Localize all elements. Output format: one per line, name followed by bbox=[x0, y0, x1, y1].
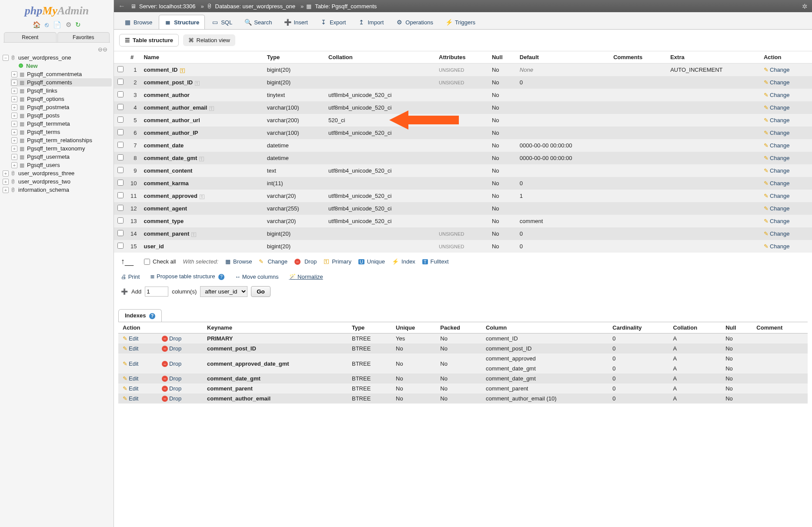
tree-db[interactable]: +🛢user_wordpress_two bbox=[2, 177, 112, 186]
collapse-icon[interactable]: − bbox=[3, 55, 9, 61]
index-edit[interactable]: ✎Edit bbox=[123, 375, 138, 382]
recent-tab[interactable]: Recent bbox=[4, 32, 57, 42]
row-checkbox[interactable] bbox=[117, 180, 124, 186]
change-link[interactable]: ✎Change bbox=[764, 155, 790, 161]
change-link[interactable]: ✎Change bbox=[764, 130, 790, 136]
row-checkbox[interactable] bbox=[117, 129, 124, 135]
row-checkbox[interactable] bbox=[117, 117, 124, 123]
tree-table[interactable]: +▦Pgsqff_commentmeta bbox=[10, 70, 112, 78]
tree-table[interactable]: +▦Pgsqff_comments bbox=[10, 78, 112, 87]
index-drop[interactable]: −Drop bbox=[162, 385, 181, 392]
expand-icon[interactable]: + bbox=[11, 104, 17, 110]
help-icon[interactable]: ? bbox=[218, 274, 224, 280]
bc-server[interactable]: 🖥 Server: localhost:3306 bbox=[130, 3, 195, 10]
index-edit[interactable]: ✎Edit bbox=[123, 360, 138, 367]
change-link[interactable]: ✎Change bbox=[764, 243, 790, 250]
bc-table[interactable]: ▦ Table: Pgsqff_comments bbox=[306, 3, 377, 10]
bulk-unique[interactable]: U Unique bbox=[358, 258, 385, 265]
row-checkbox[interactable] bbox=[117, 192, 124, 198]
tab-browse[interactable]: ▦Browse bbox=[118, 15, 158, 29]
tab-triggers[interactable]: ⚡Triggers bbox=[440, 15, 481, 29]
index-drop[interactable]: −Drop bbox=[162, 345, 181, 352]
tree-table[interactable]: +▦Pgsqff_postmeta bbox=[10, 103, 112, 111]
change-link[interactable]: ✎Change bbox=[764, 193, 790, 199]
bulk-change[interactable]: ✎Change bbox=[259, 258, 287, 265]
bulk-index[interactable]: ⚡ Index bbox=[392, 258, 415, 265]
change-link[interactable]: ✎Change bbox=[764, 92, 790, 98]
tree-new[interactable]: New bbox=[10, 62, 112, 70]
expand-icon[interactable]: + bbox=[11, 80, 17, 86]
bc-database[interactable]: 🛢 Database: user_wordpress_one bbox=[207, 3, 295, 10]
docs-icon[interactable]: 📄 bbox=[53, 21, 61, 28]
tree-table[interactable]: +▦Pgsqff_terms bbox=[10, 128, 112, 136]
reload-icon[interactable]: ↻ bbox=[75, 21, 81, 28]
tab-search[interactable]: 🔍Search bbox=[239, 15, 277, 29]
expand-icon[interactable]: + bbox=[11, 88, 17, 94]
expand-icon[interactable]: + bbox=[11, 129, 17, 135]
tree-table[interactable]: +▦Pgsqff_termmeta bbox=[10, 120, 112, 128]
settings-icon[interactable]: ⚙ bbox=[66, 21, 71, 28]
index-drop[interactable]: −Drop bbox=[162, 395, 181, 402]
logout-icon[interactable]: ⎋ bbox=[45, 21, 49, 28]
row-checkbox[interactable] bbox=[117, 104, 124, 110]
tree-table[interactable]: +▦Pgsqff_posts bbox=[10, 111, 112, 120]
change-link[interactable]: ✎Change bbox=[764, 205, 790, 212]
expand-icon[interactable]: + bbox=[11, 146, 17, 152]
tab-export[interactable]: ↧Export bbox=[314, 15, 352, 29]
tab-relation-view[interactable]: ⌘ Relation view bbox=[183, 34, 235, 46]
bulk-browse[interactable]: ▦ Browse bbox=[225, 258, 252, 265]
change-link[interactable]: ✎Change bbox=[764, 117, 790, 123]
tree-table[interactable]: +▦Pgsqff_usermeta bbox=[10, 153, 112, 161]
tree-db[interactable]: +🛢user_wordpress_three bbox=[2, 169, 112, 177]
expand-icon[interactable]: + bbox=[3, 187, 9, 193]
nav-back-icon[interactable]: ← bbox=[118, 2, 125, 10]
tab-import[interactable]: ↥Import bbox=[352, 15, 389, 29]
row-checkbox[interactable] bbox=[117, 91, 124, 97]
expand-icon[interactable]: + bbox=[3, 179, 9, 185]
expand-icon[interactable]: + bbox=[11, 113, 17, 119]
row-checkbox[interactable] bbox=[117, 154, 124, 160]
index-edit[interactable]: ✎Edit bbox=[123, 395, 138, 402]
change-link[interactable]: ✎Change bbox=[764, 104, 790, 111]
expand-icon[interactable]: + bbox=[11, 137, 17, 143]
propose-link[interactable]: ≣ Propose table structure ? bbox=[150, 273, 224, 280]
change-link[interactable]: ✎Change bbox=[764, 142, 790, 149]
bulk-fulltext[interactable]: T Fulltext bbox=[422, 258, 449, 265]
row-checkbox[interactable] bbox=[117, 79, 124, 85]
bulk-primary[interactable]: ⚿ Primary bbox=[324, 258, 351, 265]
help-icon[interactable]: ? bbox=[149, 313, 155, 319]
expand-icon[interactable]: + bbox=[3, 170, 9, 177]
change-link[interactable]: ✎Change bbox=[764, 167, 790, 174]
add-position-select[interactable]: after user_id bbox=[200, 286, 247, 297]
tab-table-structure[interactable]: ☰ Table structure bbox=[119, 34, 179, 47]
index-edit[interactable]: ✎Edit bbox=[123, 345, 138, 352]
bulk-drop[interactable]: −Drop bbox=[294, 258, 317, 265]
index-drop[interactable]: −Drop bbox=[162, 360, 181, 367]
change-link[interactable]: ✎Change bbox=[764, 79, 790, 86]
tree-table[interactable]: +▦Pgsqff_users bbox=[10, 161, 112, 169]
home-icon[interactable]: 🏠 bbox=[33, 21, 41, 28]
tree-table[interactable]: +▦Pgsqff_term_taxonomy bbox=[10, 144, 112, 153]
add-count-input[interactable] bbox=[145, 287, 168, 297]
normalize-link[interactable]: 🪄 Normalize bbox=[289, 274, 323, 280]
check-all-checkbox[interactable] bbox=[144, 259, 150, 265]
tree-db[interactable]: +🛢information_schema bbox=[2, 186, 112, 194]
tree-table[interactable]: +▦Pgsqff_links bbox=[10, 87, 112, 95]
expand-icon[interactable]: + bbox=[11, 71, 17, 77]
row-checkbox[interactable] bbox=[117, 167, 124, 173]
tree-db[interactable]: −🛢user_wordpress_one bbox=[2, 53, 112, 62]
page-settings-icon[interactable]: ✲ bbox=[802, 3, 808, 10]
tab-insert[interactable]: ➕Insert bbox=[278, 15, 314, 29]
row-checkbox[interactable] bbox=[117, 230, 124, 236]
row-checkbox[interactable] bbox=[117, 66, 124, 72]
row-checkbox[interactable] bbox=[117, 243, 124, 249]
indexes-header[interactable]: Indexes ? bbox=[118, 309, 162, 322]
check-all-label[interactable]: Check all bbox=[153, 258, 176, 265]
tab-sql[interactable]: ▭SQL bbox=[206, 15, 238, 29]
link-icon[interactable]: ⊖⊖ bbox=[98, 46, 107, 53]
row-checkbox[interactable] bbox=[117, 142, 124, 148]
row-checkbox[interactable] bbox=[117, 217, 124, 223]
change-link[interactable]: ✎Change bbox=[764, 180, 790, 187]
print-link[interactable]: 🖨 Print bbox=[121, 274, 140, 280]
tab-operations[interactable]: ⚙Operations bbox=[390, 15, 439, 29]
